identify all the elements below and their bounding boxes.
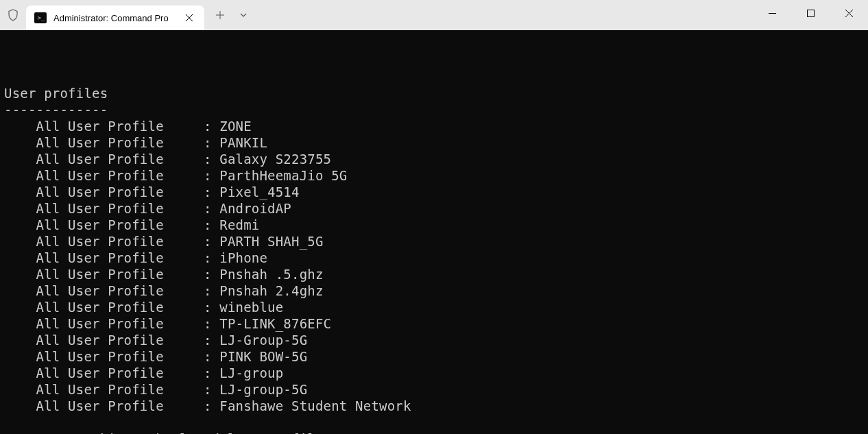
tab-dropdown-button[interactable] [232,3,255,27]
terminal-viewport[interactable]: User profiles ------------- All User Pro… [0,30,868,434]
prompt: C:\Users\panki> [4,431,124,434]
command-text: netsh wlan delete profile name="ZONE" [124,431,420,434]
close-button[interactable] [830,0,868,26]
terminal-icon: >_ [34,12,47,23]
maximize-button[interactable] [791,0,830,26]
tab-active[interactable]: >_ Administrator: Command Pro [26,5,204,30]
profile-list: All User Profile : ZONE All User Profile… [4,119,411,413]
minimize-button[interactable] [753,0,791,26]
new-tab-button[interactable] [208,3,232,27]
tab-title: Administrator: Command Pro [53,13,176,23]
section-title: User profiles [4,86,108,101]
svg-rect-5 [807,10,814,16]
shield-icon [0,0,26,30]
tab-close-button[interactable] [182,11,196,25]
prompt-line: C:\Users\panki>netsh wlan delete profile… [4,431,419,434]
window-controls [753,0,868,30]
titlebar: >_ Administrator: Command Pro [0,0,868,30]
section-underline: ------------- [4,102,108,117]
terminal-output: User profiles ------------- All User Pro… [4,63,864,434]
